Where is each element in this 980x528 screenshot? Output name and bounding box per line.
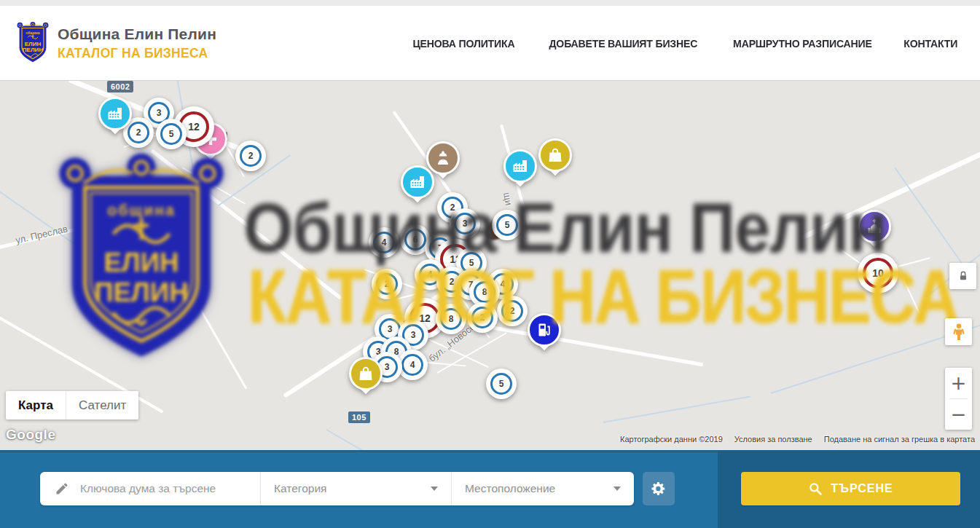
category-value: Категория bbox=[274, 482, 326, 495]
factory-icon bbox=[401, 165, 434, 199]
cluster-marker[interactable]: 2 bbox=[235, 141, 266, 171]
map-type-button-map[interactable]: Карта bbox=[6, 391, 66, 419]
search-bar: Категория Местоположение ТЪРСЕНЕ bbox=[0, 450, 980, 528]
cluster-marker[interactable]: 8 bbox=[436, 304, 466, 334]
stream-line bbox=[326, 429, 431, 450]
cluster-count: 5 bbox=[160, 123, 182, 145]
street-view-pegman-button[interactable] bbox=[945, 318, 972, 345]
shopping-bag-icon bbox=[538, 138, 572, 172]
street-label: щи bbox=[501, 192, 514, 206]
cluster-count: 4 bbox=[401, 354, 423, 376]
chevron-down-icon bbox=[614, 486, 621, 491]
nav-item-pricing[interactable]: ЦЕНОВА ПОЛИТИКА bbox=[413, 37, 515, 50]
road-line bbox=[0, 206, 170, 251]
road-line bbox=[150, 149, 342, 300]
cluster-count: 6 bbox=[404, 229, 426, 251]
cluster-count: 4 bbox=[373, 232, 395, 253]
search-box: Категория Местоположение bbox=[40, 472, 634, 505]
poi-marker-factory[interactable] bbox=[401, 165, 434, 209]
cluster-count: 8 bbox=[474, 281, 495, 303]
site-title: Община Елин Пелин bbox=[58, 25, 216, 43]
main-nav: ЦЕНОВА ПОЛИТИКА ДОБАВЕТЕ ВАШИЯТ БИЗНЕС М… bbox=[409, 37, 960, 50]
pencil-icon bbox=[55, 481, 69, 496]
road-number-badge: 105 bbox=[348, 411, 370, 423]
map-canvas[interactable]: ул. Преславбул. „Новоселщи60021053122522… bbox=[0, 81, 980, 450]
watermark-emblem: община ЕЛИН ПЕЛИН bbox=[57, 154, 226, 366]
svg-text:ЕЛИН: ЕЛИН bbox=[103, 248, 179, 277]
poi-marker-shopping-bag[interactable] bbox=[538, 138, 572, 182]
svg-text:ЕЛИН: ЕЛИН bbox=[25, 41, 42, 47]
poi-marker-shopping-bag[interactable] bbox=[349, 357, 383, 401]
cluster-count: 10 bbox=[863, 258, 893, 288]
poi-marker-church[interactable] bbox=[858, 210, 891, 253]
search-icon bbox=[808, 481, 823, 496]
category-select[interactable]: Категория bbox=[261, 472, 452, 505]
map-attribution: Картографски данни ©2019 Условия за полз… bbox=[620, 435, 975, 444]
cluster-marker[interactable]: 10 bbox=[858, 253, 898, 293]
municipal-emblem-icon: община ЕЛИН ПЕЛИН bbox=[16, 20, 50, 66]
stream-line bbox=[603, 395, 750, 423]
page: община ЕЛИН ПЕЛИН Община Елин Пелин КАТА… bbox=[0, 0, 980, 528]
cluster-count: 5 bbox=[496, 214, 518, 236]
street-label: ул. Преслав bbox=[15, 223, 69, 245]
poi-marker-factory[interactable] bbox=[503, 149, 537, 193]
svg-text:ПЕЛИН: ПЕЛИН bbox=[94, 277, 189, 307]
cluster-marker[interactable]: 2 bbox=[497, 296, 528, 326]
stream-line bbox=[894, 167, 973, 278]
cluster-marker[interactable]: 4 bbox=[369, 227, 399, 258]
pegman-icon bbox=[951, 323, 967, 342]
site-subtitle: КАТАЛОГ НА БИЗНЕСА bbox=[58, 46, 216, 60]
zoom-control: + − bbox=[945, 368, 972, 430]
brand-text: Община Елин Пелин КАТАЛОГ НА БИЗНЕСА bbox=[58, 25, 216, 60]
cluster-count: 5 bbox=[490, 373, 512, 395]
cluster-count: 8 bbox=[440, 308, 462, 330]
search-button-label: ТЪРСЕНЕ bbox=[831, 482, 893, 495]
church-icon bbox=[858, 210, 891, 243]
road-line bbox=[466, 321, 704, 366]
poi-marker-fuel-pump[interactable] bbox=[528, 313, 561, 357]
watermark-subtitle: КАТАЛОГ НА БИЗНЕСА bbox=[248, 253, 958, 340]
keyword-input[interactable] bbox=[79, 481, 260, 496]
cluster-marker[interactable]: 2 bbox=[467, 302, 498, 333]
poi-marker-factory[interactable] bbox=[98, 97, 132, 141]
map-type-button-satellite[interactable]: Сателит bbox=[66, 391, 138, 419]
cluster-count: 2 bbox=[376, 273, 398, 295]
road-line bbox=[173, 262, 248, 390]
chevron-down-icon bbox=[431, 486, 438, 491]
road-line bbox=[895, 264, 922, 317]
nav-item-add-business[interactable]: ДОБАВЕТЕ ВАШИЯТ БИЗНЕС bbox=[549, 37, 697, 50]
keyword-field[interactable] bbox=[40, 472, 261, 505]
header: община ЕЛИН ПЕЛИН Община Елин Пелин КАТА… bbox=[0, 6, 980, 81]
factory-icon bbox=[503, 149, 537, 183]
cluster-marker[interactable]: 5 bbox=[486, 369, 517, 399]
cluster-count: 2 bbox=[240, 145, 262, 167]
cluster-marker[interactable]: 5 bbox=[492, 210, 522, 240]
svg-text:ПЕЛИН: ПЕЛИН bbox=[23, 47, 44, 53]
gear-icon bbox=[651, 481, 667, 497]
location-select[interactable]: Местоположение bbox=[452, 472, 634, 505]
settings-button[interactable] bbox=[643, 472, 675, 505]
google-logo[interactable]: Google bbox=[6, 427, 55, 443]
attribution-report-link[interactable]: Подаване на сигнал за грешка в картата bbox=[824, 435, 975, 444]
factory-icon bbox=[98, 97, 132, 130]
zoom-out-button[interactable]: − bbox=[945, 399, 972, 430]
svg-text:община: община bbox=[26, 31, 39, 35]
zoom-in-button[interactable]: + bbox=[945, 368, 972, 398]
road-number-badge: 6002 bbox=[107, 81, 133, 92]
cluster-marker[interactable]: 2 bbox=[372, 269, 402, 299]
search-button[interactable]: ТЪРСЕНЕ bbox=[741, 472, 960, 505]
brand-logo[interactable]: община ЕЛИН ПЕЛИН Община Елин Пелин КАТА… bbox=[16, 20, 216, 66]
lock-button[interactable] bbox=[949, 263, 976, 289]
lock-icon bbox=[957, 270, 969, 282]
shopping-bag-icon bbox=[349, 357, 383, 390]
location-value: Местоположение bbox=[465, 482, 555, 495]
attribution-terms-link[interactable]: Условия за ползване bbox=[734, 435, 812, 444]
attribution-data: Картографски данни ©2019 bbox=[620, 435, 723, 444]
cluster-marker[interactable]: 5 bbox=[156, 119, 187, 149]
cluster-marker[interactable]: 3 bbox=[450, 208, 480, 239]
nav-item-route-schedule[interactable]: МАРШРУТНО РАЗПИСАНИЕ bbox=[733, 37, 872, 50]
nav-item-contacts[interactable]: КОНТАКТИ bbox=[904, 37, 958, 50]
top-strip bbox=[0, 0, 980, 6]
map-type-control: Карта Сателит bbox=[6, 391, 138, 419]
cluster-count: 2 bbox=[501, 300, 523, 322]
